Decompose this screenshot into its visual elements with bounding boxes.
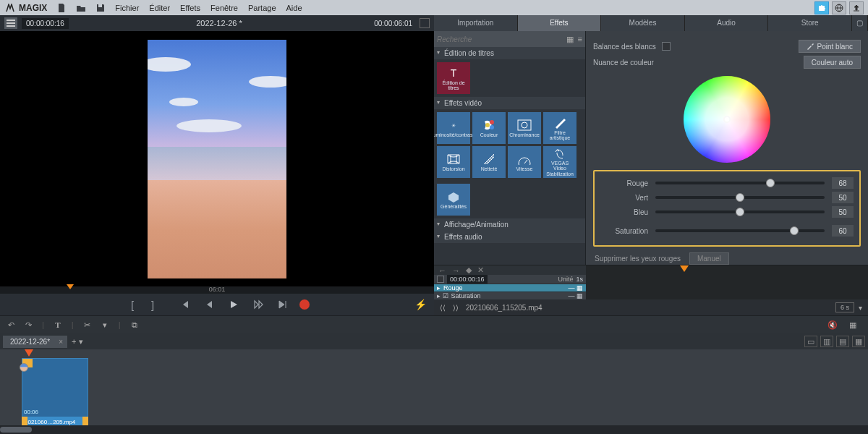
tile-general[interactable]: Généralités bbox=[437, 184, 470, 216]
tile-vegas-stabilization[interactable]: VEGAS Video Stabilization bbox=[543, 146, 576, 178]
kf-prev-icon[interactable]: ← bbox=[438, 266, 446, 275]
tab-importation[interactable]: Importation bbox=[434, 15, 518, 31]
panel-popout-icon[interactable]: ▢ bbox=[852, 15, 868, 31]
close-tab-icon[interactable]: × bbox=[59, 338, 63, 346]
menu-file[interactable]: Fichier bbox=[115, 4, 139, 12]
monitor-popout-icon[interactable] bbox=[420, 18, 430, 28]
slider-bleu[interactable] bbox=[655, 210, 825, 213]
timeline-playhead-icon[interactable] bbox=[25, 349, 33, 357]
redo-button[interactable]: ↷ bbox=[22, 318, 35, 331]
auto-color-button[interactable]: Couleur auto bbox=[804, 56, 861, 69]
mark-out-button[interactable]: ] bbox=[145, 297, 161, 312]
tile-brightness[interactable]: ☀Luminosité/contraste bbox=[437, 112, 470, 144]
grid-view-icon[interactable]: ▦ bbox=[566, 35, 574, 44]
cut-dropdown-icon[interactable]: ▾ bbox=[98, 318, 111, 331]
menu-edit[interactable]: Éditer bbox=[149, 4, 170, 12]
tab-audio[interactable]: Audio bbox=[685, 15, 769, 31]
timeline-clip[interactable]: 00:06 2021060…205.mp4 bbox=[22, 358, 88, 427]
video-frame bbox=[148, 40, 286, 278]
globe-icon[interactable] bbox=[832, 1, 846, 14]
go-end-button[interactable] bbox=[275, 297, 291, 312]
puzzle-icon[interactable] bbox=[814, 1, 829, 14]
tab-store[interactable]: Store bbox=[768, 15, 852, 31]
kf-next-icon[interactable]: → bbox=[452, 266, 460, 275]
view-timeline-icon[interactable]: ▤ bbox=[836, 336, 849, 347]
tile-color[interactable]: Couleur bbox=[472, 112, 506, 144]
timecode-in[interactable]: 00:00:00:16 bbox=[22, 18, 69, 29]
source-row: ⟨⟨ ⟩⟩ 20210606_115205.mp4 6 s ▾ bbox=[434, 299, 868, 315]
kf-timecode[interactable]: 00:00:00:16 bbox=[447, 275, 488, 284]
category-video-effects[interactable]: Effets vidéo bbox=[434, 97, 585, 109]
view-multicam-icon[interactable]: ▦ bbox=[852, 336, 865, 347]
go-start-button[interactable] bbox=[176, 297, 192, 312]
keyframe-track[interactable] bbox=[586, 265, 868, 299]
doc-open-icon[interactable] bbox=[76, 4, 86, 12]
mark-in-button[interactable]: [ bbox=[124, 297, 140, 312]
slider-rouge[interactable] bbox=[655, 182, 825, 184]
view-storyboard-icon[interactable]: ▭ bbox=[804, 336, 817, 347]
slider-value-rouge[interactable]: 68 bbox=[832, 177, 854, 189]
category-audio-effects[interactable]: Effets audio bbox=[434, 231, 585, 243]
doc-new-icon[interactable] bbox=[57, 3, 66, 13]
white-point-button[interactable]: Point blanc bbox=[799, 40, 861, 53]
color-wheel[interactable] bbox=[684, 76, 770, 163]
kf-del-icon[interactable]: ✕ bbox=[477, 265, 484, 275]
mute-icon[interactable]: 🔇 bbox=[826, 318, 839, 331]
slider-value-bleu[interactable]: 50 bbox=[832, 206, 854, 218]
tile-distortion[interactable]: Distorsion bbox=[437, 146, 470, 178]
group-tool-icon[interactable]: ⧉ bbox=[128, 318, 141, 331]
source-duration[interactable]: 6 s bbox=[835, 302, 854, 312]
color-wheel-handle[interactable] bbox=[723, 116, 731, 123]
prev-frame-button[interactable] bbox=[201, 297, 217, 312]
play-button[interactable] bbox=[226, 297, 242, 312]
add-tab-icon[interactable]: + ▾ bbox=[72, 337, 82, 346]
kf-add-icon[interactable]: ◆ bbox=[466, 265, 472, 275]
tab-effects[interactable]: Effets bbox=[518, 15, 602, 31]
timeline-scrollbar[interactable] bbox=[0, 425, 868, 434]
tile-title-editor[interactable]: T Édition de titres bbox=[437, 62, 470, 94]
menu-effects[interactable]: Effets bbox=[180, 4, 200, 12]
effects-search-input[interactable] bbox=[437, 35, 566, 43]
redeye-manual-button[interactable]: Manuel bbox=[689, 252, 729, 265]
undo-button[interactable]: ↶ bbox=[4, 318, 17, 331]
tab-templates[interactable]: Modèles bbox=[601, 15, 685, 31]
list-view-icon[interactable]: ≡ bbox=[578, 35, 582, 44]
upload-icon[interactable] bbox=[849, 1, 864, 14]
slider-value-saturation[interactable]: 60 bbox=[832, 225, 854, 237]
timeline-tab[interactable]: 2022-12-26*× bbox=[3, 336, 67, 348]
slider-value-vert[interactable]: 50 bbox=[832, 192, 854, 203]
source-prev-icon[interactable]: ⟨⟨ bbox=[440, 304, 446, 312]
menu-share[interactable]: Partage bbox=[248, 4, 276, 12]
category-animation[interactable]: Affichage/Animation bbox=[434, 218, 585, 231]
video-monitor[interactable] bbox=[0, 31, 434, 286]
cut-tool-icon[interactable]: ✂ bbox=[81, 318, 94, 331]
menu-help[interactable]: Aide bbox=[286, 4, 302, 12]
hamburger-icon[interactable] bbox=[4, 17, 17, 29]
playhead-marker-icon[interactable] bbox=[67, 284, 74, 289]
layout-icon[interactable]: ▦ bbox=[846, 318, 859, 331]
right-panel: Importation Effets Modèles Audio Store ▢… bbox=[434, 15, 868, 315]
tile-sharpness[interactable]: Netteté bbox=[472, 146, 506, 178]
tile-speed[interactable]: Vitesse bbox=[508, 146, 541, 178]
effects-browser: ▦ ≡ Édition de titres T Édition de titre… bbox=[434, 31, 586, 265]
kf-param-rouge[interactable]: Rouge bbox=[443, 284, 463, 292]
category-titles[interactable]: Édition de titres bbox=[434, 47, 585, 59]
timeline-track[interactable]: 00:06 2021060…205.mp4 bbox=[0, 349, 868, 425]
next-frame-button[interactable] bbox=[250, 297, 266, 312]
menu-window[interactable]: Fenêtre bbox=[210, 4, 238, 12]
view-scenes-icon[interactable]: ▥ bbox=[820, 336, 833, 347]
tile-chrominance[interactable]: Chrominance bbox=[508, 112, 541, 144]
white-balance-checkbox[interactable] bbox=[662, 42, 671, 51]
quick-access-icon[interactable]: ⚡ bbox=[414, 299, 427, 310]
preview-scrubber[interactable]: 06:01 bbox=[0, 286, 434, 294]
tile-artfilter[interactable]: Filtre artistique bbox=[543, 112, 576, 144]
slider-saturation[interactable] bbox=[655, 229, 825, 232]
slider-vert[interactable] bbox=[655, 196, 825, 199]
keyframe-playhead-icon[interactable] bbox=[680, 265, 689, 272]
source-next-icon[interactable]: ⟩⟩ bbox=[453, 304, 459, 312]
save-icon[interactable] bbox=[96, 4, 105, 12]
kf-param-saturation[interactable]: Saturation bbox=[451, 292, 481, 299]
record-button[interactable] bbox=[299, 299, 310, 310]
title-tool-icon[interactable]: T bbox=[51, 318, 64, 331]
source-options-icon[interactable]: ▾ bbox=[859, 304, 862, 312]
